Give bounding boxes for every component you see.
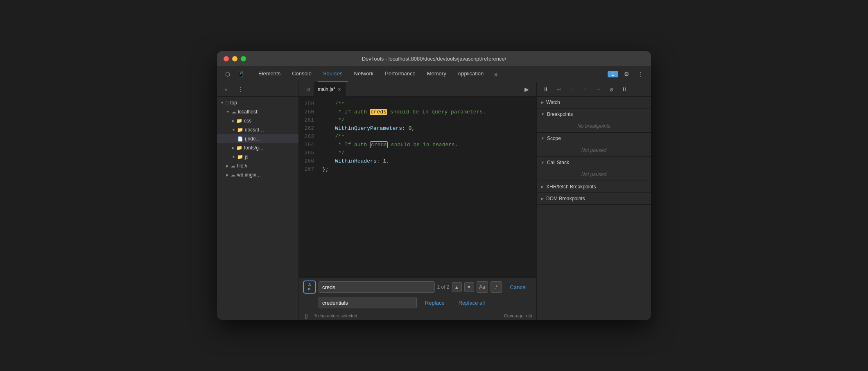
replace-input-wrap: [319, 297, 417, 308]
cloud-icon: ☁: [231, 109, 236, 115]
notification-badge: 1: [608, 71, 618, 77]
watch-arrow-icon: ▶: [541, 100, 544, 104]
match-case-button[interactable]: Aa: [477, 281, 488, 293]
line-num: 263: [299, 133, 314, 141]
format-icon[interactable]: {}: [303, 312, 310, 319]
sidebar-collapse-button[interactable]: »: [220, 84, 232, 95]
sidebar-more-button[interactable]: ⋮: [235, 84, 246, 95]
watch-section: ▶ Watch: [537, 97, 651, 109]
arrow-icon: ▶: [226, 164, 229, 168]
code-line-259: /**: [322, 100, 536, 108]
tree-label: file://: [237, 163, 247, 169]
line-num: 260: [299, 108, 314, 116]
pause-on-exception-button[interactable]: ⏸: [619, 84, 629, 94]
code-line-261: */: [322, 116, 536, 124]
scope-header[interactable]: ▼ Scope: [537, 133, 651, 144]
replace-all-button[interactable]: Replace all: [453, 298, 491, 308]
settings-button[interactable]: ⚙: [621, 68, 632, 80]
step-out-button[interactable]: ↑: [580, 84, 590, 94]
next-match-button[interactable]: ▼: [464, 282, 474, 292]
deactivate-breakpoints-button[interactable]: ⌀: [606, 84, 616, 94]
tree-item-fonts[interactable]: ▶ 📁 fonts/g…: [217, 143, 298, 152]
tab-application[interactable]: Application: [453, 66, 489, 82]
folder-icon: □: [226, 100, 228, 106]
xhr-arrow-icon: ▶: [541, 185, 544, 189]
run-snippet-button[interactable]: ▶: [521, 84, 532, 95]
tab-performance[interactable]: Performance: [380, 66, 420, 82]
code-editor[interactable]: 259 260 261 262 263 264 265 266 267 /** …: [299, 97, 536, 278]
tab-sources[interactable]: Sources: [318, 66, 348, 82]
breakpoints-header[interactable]: ▼ Breakpoints: [537, 109, 651, 120]
tree-item-top[interactable]: ▼ □ top: [217, 98, 298, 107]
search-replace-icon[interactable]: AB: [303, 281, 316, 294]
step-into-button[interactable]: ↓: [567, 84, 577, 94]
more-options-button[interactable]: ⋮: [635, 68, 646, 80]
arrow-icon: ▼: [226, 110, 230, 114]
tab-memory[interactable]: Memory: [422, 66, 451, 82]
arrow-icon: ▼: [232, 128, 235, 132]
tree-label: localhost:: [238, 109, 259, 115]
device-toolbar-button[interactable]: 📱: [235, 68, 246, 80]
dom-label: DOM Breakpoints: [546, 196, 585, 201]
tree-item-file[interactable]: ▶ ☁ file://: [217, 161, 298, 170]
line-num: 262: [299, 124, 314, 133]
search-input[interactable]: [322, 284, 431, 290]
breakpoints-label: Breakpoints: [547, 111, 573, 117]
code-line-264: * If auth creds should be in headers.: [322, 141, 536, 149]
editor-tab-main-js[interactable]: main.js* ×: [314, 82, 346, 97]
search-row-2: Replace Replace all: [303, 297, 532, 308]
scope-section: ▼ Scope Not paused: [537, 133, 651, 157]
editor-tabs: ◁ main.js* × ▶: [299, 82, 536, 97]
inspect-element-button[interactable]: ⬡: [222, 68, 233, 80]
tree-item-index[interactable]: 📄 (inde…: [217, 134, 298, 143]
coverage-text: Coverage: n/a: [504, 313, 532, 318]
search-replace-bar: AB 1 of 2 ▲ ▼ Aa .* Cancel: [299, 278, 536, 311]
tree-item-js[interactable]: ▼ 📁 js: [217, 152, 298, 161]
pause-button[interactable]: ⏸: [541, 84, 551, 94]
tree-item-css[interactable]: ▶ 📁 css: [217, 116, 298, 125]
main-content: » ⋮ ▼ □ top ▼ ☁ localhost: ▶: [217, 82, 651, 320]
breakpoints-content: No breakpoints: [537, 120, 651, 132]
breakpoints-arrow-icon: ▼: [541, 112, 545, 116]
tab-elements[interactable]: Elements: [253, 66, 285, 82]
code-line-266: WithinHeaders: 1,: [322, 157, 536, 165]
folder-icon: 📁: [236, 118, 242, 124]
prev-match-button[interactable]: ▲: [452, 282, 462, 292]
tree-item-localhost[interactable]: ▼ ☁ localhost:: [217, 107, 298, 116]
replace-input[interactable]: [322, 300, 413, 306]
maximize-button[interactable]: [241, 56, 246, 61]
tab-console[interactable]: Console: [287, 66, 316, 82]
regex-button[interactable]: .*: [491, 281, 502, 293]
cancel-button[interactable]: Cancel: [504, 283, 532, 292]
watch-header[interactable]: ▶ Watch: [537, 97, 651, 108]
dom-section: ▶ DOM Breakpoints: [537, 193, 651, 205]
search-count: 1 of 2: [437, 284, 450, 290]
tree-label: docs/d…: [245, 127, 264, 133]
back-icon[interactable]: ◁: [302, 84, 314, 95]
tab-close-button[interactable]: ×: [338, 86, 341, 93]
main-toolbar: ⬡ 📱 Elements Console Sources Network Per…: [217, 66, 651, 82]
xhr-header[interactable]: ▶ XHR/fetch Breakpoints: [537, 181, 651, 192]
close-button[interactable]: [224, 56, 229, 61]
tree-label: fonts/g…: [244, 145, 264, 151]
step-over-button[interactable]: ↩: [554, 84, 564, 94]
code-content[interactable]: /** * If auth creds should be in query p…: [317, 97, 536, 278]
tree-item-docs[interactable]: ▼ 📁 docs/d…: [217, 125, 298, 134]
tree-label: css: [244, 118, 251, 124]
tree-label: wd.imgix…: [237, 172, 261, 178]
code-line-262: WithinQueryParameters: 0,: [322, 124, 536, 133]
cloud-icon: ☁: [231, 172, 235, 178]
tab-network[interactable]: Network: [349, 66, 379, 82]
tree-item-imgix[interactable]: ▶ ☁ wd.imgix…: [217, 170, 298, 179]
traffic-lights: [224, 56, 246, 61]
call-stack-header[interactable]: ▼ Call Stack: [537, 157, 651, 168]
tab-filename: main.js*: [318, 86, 335, 92]
folder-icon: 📁: [237, 154, 243, 160]
line-num: 259: [299, 100, 314, 108]
replace-button[interactable]: Replace: [419, 298, 450, 308]
search-row-1: AB 1 of 2 ▲ ▼ Aa .* Cancel: [303, 281, 532, 294]
dom-header[interactable]: ▶ DOM Breakpoints: [537, 193, 651, 204]
minimize-button[interactable]: [232, 56, 237, 61]
more-tabs-button[interactable]: »: [490, 68, 502, 80]
step-button[interactable]: →: [593, 84, 603, 94]
